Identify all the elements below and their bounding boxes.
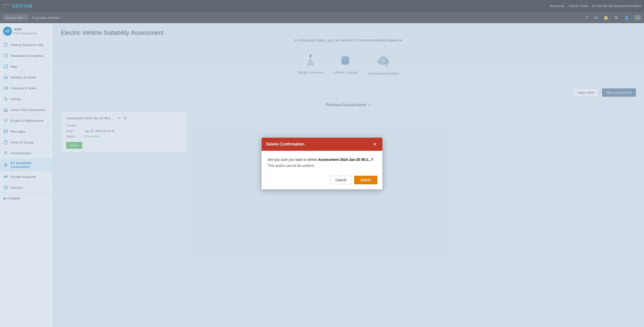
delete-button[interactable]: Delete (354, 176, 377, 184)
modal-warning: This action cannot be undone. (268, 164, 376, 168)
cancel-button[interactable]: Cancel (330, 176, 352, 184)
delete-confirmation-modal: Delete Confirmation ✕ Are you sure you w… (262, 138, 382, 189)
modal-footer: Cancel Delete (262, 173, 382, 189)
modal-header: Delete Confirmation ✕ (262, 138, 382, 151)
modal-message: Are you sure you want to delete Assessme… (268, 157, 376, 162)
modal-assessment-name: Assessment 2024-Jan-25 08:2...? (318, 158, 373, 162)
modal-overlay: Delete Confirmation ✕ Are you sure you w… (0, 0, 644, 327)
modal-body: Are you sure you want to delete Assessme… (262, 151, 382, 172)
modal-title: Delete Confirmation (266, 142, 304, 147)
modal-close-button[interactable]: ✕ (372, 141, 378, 147)
